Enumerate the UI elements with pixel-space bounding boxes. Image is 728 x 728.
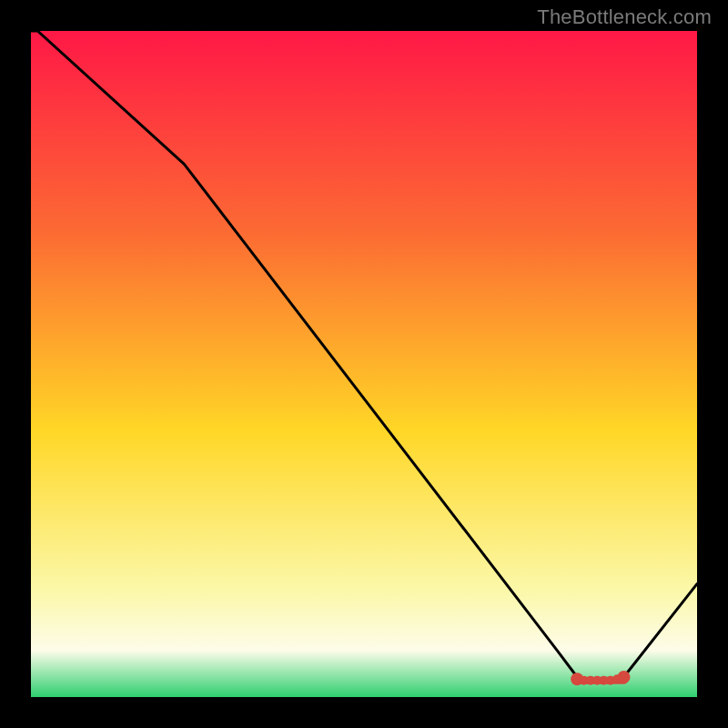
chart-frame: TheBottleneck.com: [0, 0, 728, 728]
marker-dot: [618, 671, 631, 683]
plot-area: [31, 31, 697, 697]
gradient-background: [31, 31, 697, 697]
watermark-text: TheBottleneck.com: [537, 5, 712, 29]
chart-svg: [31, 31, 697, 697]
